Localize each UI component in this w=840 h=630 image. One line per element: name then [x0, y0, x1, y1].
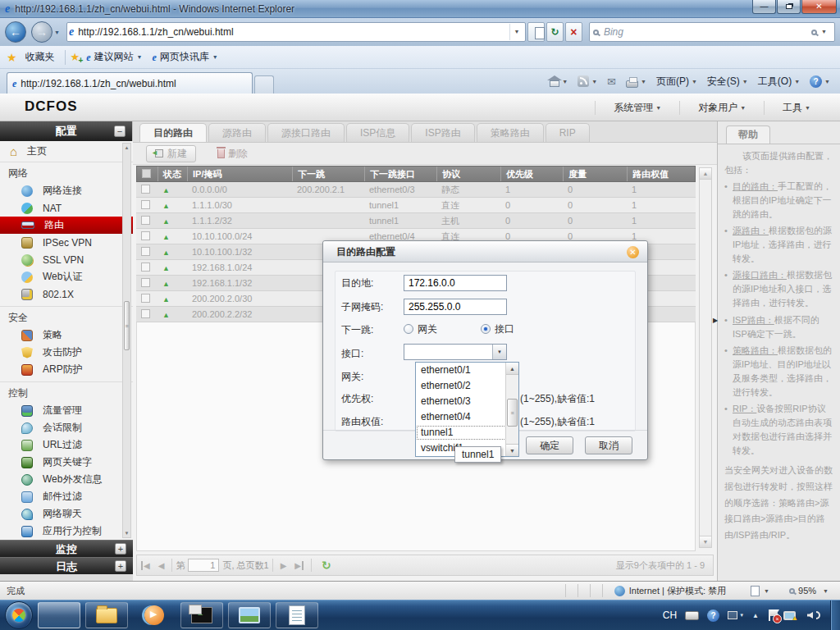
- minimize-button[interactable]: —: [752, 0, 776, 14]
- suggested-sites-button[interactable]: e 建议网站 ▼: [81, 48, 147, 66]
- route-tab[interactable]: 源路由: [208, 123, 266, 142]
- destination-input[interactable]: 172.16.0.0: [404, 275, 507, 291]
- sidebar-scrollbar[interactable]: ▲ ≡ ▼: [122, 143, 131, 538]
- interface-radio[interactable]: 接口: [481, 322, 514, 336]
- browser-tab[interactable]: e http://192.168.1.1/zh_cn/webui.html: [7, 72, 253, 94]
- dropdown-option[interactable]: ethernet0/2: [416, 378, 518, 394]
- help-term-link[interactable]: 目的路由：: [733, 181, 778, 191]
- action-center-flag-icon[interactable]: [769, 609, 770, 621]
- show-hidden-icons[interactable]: ▲: [752, 612, 759, 619]
- help-term-link[interactable]: RIP：: [733, 404, 756, 413]
- language-indicator[interactable]: CH: [663, 609, 677, 621]
- subnet-mask-input[interactable]: 255.255.0.0: [404, 299, 507, 315]
- network-warning-icon[interactable]: [783, 611, 796, 620]
- restore-button[interactable]: [777, 0, 801, 14]
- dropdown-option[interactable]: tunnel1: [416, 425, 518, 441]
- row-checkbox[interactable]: [141, 278, 150, 287]
- dropdown-scrollbar[interactable]: ▲ ≡ ▼: [505, 363, 518, 456]
- scroll-down-icon[interactable]: ▼: [700, 536, 711, 547]
- dialog-close-icon[interactable]: ✕: [627, 246, 639, 258]
- next-page-button[interactable]: ▶: [281, 561, 287, 570]
- forward-button[interactable]: →: [31, 21, 52, 43]
- safety-menu[interactable]: 安全(S)▼: [702, 73, 753, 90]
- search-placeholder[interactable]: Bing: [604, 26, 811, 38]
- taskbar-app-button[interactable]: [276, 602, 318, 628]
- sidebar-item[interactable]: 路由: [0, 217, 133, 234]
- help-tray-icon[interactable]: ?: [707, 609, 719, 622]
- search-go-icon[interactable]: [811, 30, 817, 35]
- row-checkbox[interactable]: [141, 231, 150, 240]
- table-scrollbar[interactable]: ▲ ▼: [699, 167, 712, 548]
- sidebar-item[interactable]: URL过滤: [0, 436, 133, 454]
- row-checkbox[interactable]: [141, 309, 150, 318]
- sidebar-log-bar[interactable]: 日志 +: [0, 557, 133, 574]
- route-tab[interactable]: 源接口路由: [267, 123, 345, 142]
- sidebar-item[interactable]: 流量管理: [0, 402, 133, 419]
- zoom-level-button[interactable]: 95% ▼: [789, 586, 829, 596]
- sidebar-item[interactable]: Web外发信息: [0, 471, 133, 488]
- dropdown-option[interactable]: ethernet0/1: [416, 363, 518, 378]
- dropdown-option[interactable]: ethernet0/4: [416, 409, 518, 425]
- prev-page-button[interactable]: ◀: [158, 561, 165, 570]
- sidebar-item[interactable]: 网络连接: [0, 182, 133, 199]
- row-checkbox[interactable]: [141, 185, 150, 194]
- cancel-button[interactable]: 取消: [585, 436, 632, 454]
- select-all-checkbox[interactable]: [142, 169, 151, 178]
- row-checkbox[interactable]: [141, 216, 150, 225]
- search-dropdown-icon[interactable]: ▼: [817, 24, 831, 40]
- sidebar-item[interactable]: 网络聊天: [0, 505, 133, 523]
- ok-button[interactable]: 确定: [526, 436, 573, 454]
- close-button[interactable]: ✕: [801, 0, 837, 14]
- sidebar-item-home[interactable]: ⌂ 主页: [0, 141, 133, 162]
- sidebar-item[interactable]: 应用行为控制: [0, 523, 133, 540]
- expand-icon[interactable]: +: [115, 560, 126, 572]
- expand-icon[interactable]: +: [115, 543, 126, 555]
- help-term-link[interactable]: 策略路由：: [733, 345, 778, 355]
- app-top-menu[interactable]: 对象用户▼: [679, 101, 764, 115]
- table-row[interactable]: ▲ 1.1.1.0/30 tunnel1 直连 0 0 1: [136, 198, 696, 213]
- app-top-menu[interactable]: 系统管理▼: [595, 101, 679, 115]
- sidebar-item[interactable]: SSL VPN: [0, 251, 133, 268]
- url-text[interactable]: http://192.168.1.1/zh_cn/webui.html: [78, 26, 509, 38]
- sidebar-item[interactable]: ARP防护: [0, 361, 133, 378]
- scroll-thumb[interactable]: ≡: [124, 301, 130, 350]
- compatibility-view-button[interactable]: [527, 22, 545, 42]
- gateway-radio[interactable]: 网关: [404, 322, 437, 336]
- dropdown-icon[interactable]: ▼: [739, 613, 744, 618]
- add-favorite-icon[interactable]: ★: [71, 51, 80, 63]
- last-page-button[interactable]: ▶: [294, 561, 304, 570]
- taskbar-app-button[interactable]: [228, 602, 271, 628]
- scroll-up-icon[interactable]: ▲: [700, 168, 711, 180]
- web-slices-button[interactable]: e 网页快讯库 ▼: [147, 48, 222, 66]
- sidebar-item[interactable]: 邮件过滤: [0, 488, 133, 505]
- refresh-button[interactable]: ↻: [546, 22, 564, 42]
- taskbar-app-button[interactable]: [180, 602, 223, 628]
- back-button[interactable]: ←: [5, 21, 26, 43]
- row-checkbox[interactable]: [141, 262, 150, 272]
- first-page-button[interactable]: ◀: [141, 561, 150, 570]
- sidebar-item[interactable]: 会话限制: [0, 419, 133, 436]
- help-collapse-icon[interactable]: ▶: [713, 317, 718, 324]
- delete-button[interactable]: 删除: [217, 147, 248, 161]
- scroll-down-icon[interactable]: ▼: [123, 529, 130, 537]
- page-number-input[interactable]: 1: [188, 559, 219, 572]
- tools-menu[interactable]: 工具(O)▼: [753, 73, 805, 90]
- sidebar-item[interactable]: Web认证: [0, 268, 133, 285]
- sidebar-item[interactable]: IPSec VPN: [0, 234, 133, 251]
- route-tab[interactable]: ISP信息: [346, 123, 409, 142]
- print-button[interactable]: ▼: [621, 73, 651, 89]
- scroll-thumb[interactable]: ≡: [507, 399, 518, 427]
- home-button[interactable]: ▼: [545, 75, 573, 89]
- collapse-button[interactable]: −: [114, 126, 126, 137]
- read-mail-button[interactable]: ✉: [602, 74, 621, 89]
- row-checkbox[interactable]: [141, 247, 150, 256]
- feeds-button[interactable]: ▼: [573, 74, 602, 89]
- keyboard-icon[interactable]: [685, 611, 699, 620]
- table-row[interactable]: ▲ 1.1.1.2/32 tunnel1 主机 0 0 1: [136, 213, 696, 229]
- taskbar-app-button[interactable]: [85, 602, 128, 628]
- help-button[interactable]: ?▼: [805, 74, 835, 89]
- security-zone[interactable]: Internet | 保护模式: 禁用: [614, 585, 726, 597]
- scroll-down-icon[interactable]: ▼: [506, 444, 518, 456]
- table-row[interactable]: ▲ 0.0.0.0/0 200.200.2.1 ethernet0/3 静态 1…: [136, 182, 696, 198]
- speaker-icon[interactable]: [807, 612, 813, 619]
